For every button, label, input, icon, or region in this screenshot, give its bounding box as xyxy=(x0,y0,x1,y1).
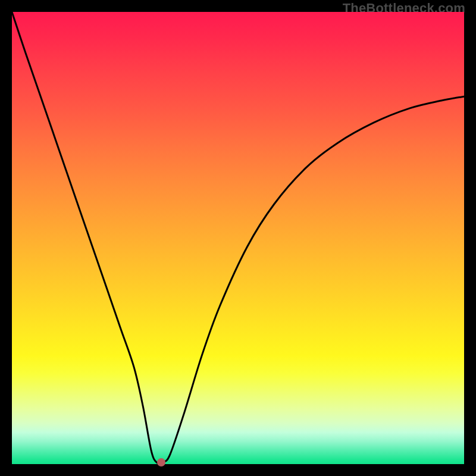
plot-area xyxy=(12,12,464,464)
minimum-marker xyxy=(157,458,165,466)
bottleneck-curve xyxy=(12,12,464,464)
chart-frame: TheBottleneck.com xyxy=(0,0,476,476)
